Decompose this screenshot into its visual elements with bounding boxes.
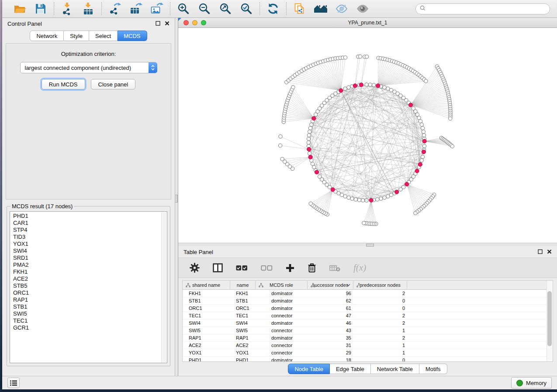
save-session-icon[interactable] — [34, 2, 48, 16]
zoom-out-icon[interactable] — [197, 2, 211, 16]
deselect-all-columns-icon[interactable] — [261, 265, 273, 271]
window-minimize-button[interactable] — [192, 20, 197, 25]
mcds-result-list[interactable]: PHD1CAR1STP4TID3YOX1SWI4SRD1PMA2FKH1ACE2… — [10, 211, 167, 363]
table-toolbar: f(x) — [178, 258, 557, 278]
hide-toggle-icon[interactable] — [335, 2, 349, 16]
neighbors-icon[interactable] — [314, 2, 328, 16]
table-cell: dominator — [256, 334, 308, 341]
mcds-result-item[interactable]: FKH1 — [13, 268, 167, 275]
table-scrollbar[interactable] — [547, 281, 553, 361]
column-layout-icon[interactable] — [213, 263, 223, 272]
memory-button[interactable]: Memory — [511, 377, 552, 389]
export-table-icon[interactable] — [129, 2, 143, 16]
table-cell: ORC1 — [230, 305, 256, 312]
tab-mcds[interactable]: MCDS — [118, 31, 147, 41]
table-row[interactable]: TEC1TEC1connector472 — [183, 312, 553, 320]
run-mcds-button[interactable]: Run MCDS — [42, 79, 85, 89]
column-label: successor nodes — [312, 282, 349, 288]
export-network-icon[interactable] — [108, 2, 122, 16]
network-graph[interactable] — [178, 28, 557, 243]
show-eye-icon[interactable] — [356, 2, 370, 16]
table-row[interactable]: PHD1PHD1dominator180 — [183, 357, 553, 362]
mcds-result-item[interactable]: GCR1 — [13, 324, 167, 331]
close-panel-icon[interactable] — [547, 249, 552, 255]
table-row[interactable]: ORC1ORC1dominator610 — [183, 305, 553, 312]
delete-column-icon[interactable] — [308, 263, 316, 273]
table-row[interactable]: FKH1FKH1dominator962 — [183, 290, 553, 297]
criterion-dropdown[interactable]: largest connected component (undirected) — [20, 62, 157, 73]
task-history-button[interactable] — [7, 378, 20, 388]
tab-label: Select — [95, 33, 111, 39]
mcds-result-item[interactable]: PMA2 — [13, 261, 167, 268]
mcds-result-item[interactable]: PHD1 — [13, 213, 167, 220]
import-table-icon[interactable] — [81, 2, 95, 16]
table-row[interactable]: SWI4SWI4dominator462 — [183, 320, 553, 327]
mcds-result-item[interactable]: ORC1 — [13, 289, 167, 296]
refresh-view-icon[interactable] — [266, 2, 280, 16]
mcds-result-item[interactable]: SRD1 — [13, 254, 167, 261]
window-zoom-button[interactable] — [201, 20, 206, 25]
table-row[interactable]: YOX1YOX1connector291 — [183, 349, 553, 357]
mcds-result-item[interactable]: TEC1 — [13, 317, 167, 324]
close-panel-icon[interactable] — [165, 21, 170, 27]
scrollbar-thumb[interactable] — [547, 291, 552, 346]
export-image-icon[interactable] — [150, 2, 164, 16]
float-panel-icon[interactable] — [156, 21, 160, 27]
column-header-predecessor-nodes[interactable]: predecessor nodes — [353, 281, 407, 289]
table-row[interactable]: SWI5SWI5connector431 — [183, 327, 553, 334]
close-panel-button[interactable]: Close panel — [91, 79, 136, 89]
table-header-row: shared namenameMCDS rolesuccessor nodesp… — [183, 281, 553, 290]
table-cell: 0 — [353, 297, 407, 304]
select-all-columns-icon[interactable] — [236, 265, 248, 271]
mcds-result-item[interactable]: CAR1 — [13, 220, 167, 227]
splitter-grip[interactable] — [175, 195, 178, 203]
tab-node-table[interactable]: Node Table — [288, 364, 330, 374]
column-label: name — [237, 282, 249, 288]
vertical-splitter[interactable] — [175, 18, 178, 376]
float-panel-icon[interactable] — [538, 249, 543, 255]
result-scrollbar[interactable] — [161, 212, 166, 362]
table-cell: PHD1 — [230, 357, 256, 362]
zoom-in-icon[interactable] — [176, 2, 190, 16]
tab-style[interactable]: Style — [64, 31, 89, 41]
tab-select[interactable]: Select — [89, 31, 118, 41]
tab-motifs[interactable]: Motifs — [419, 364, 447, 374]
table-cell: 2 — [353, 334, 407, 341]
mcds-result-item[interactable]: ACE2 — [13, 275, 167, 282]
network-window-titlebar[interactable]: YPA_prune.txt_1 — [178, 18, 557, 28]
import-network-icon[interactable] — [60, 2, 74, 16]
column-header-successor-nodes[interactable]: successor nodes — [308, 281, 353, 289]
mcds-result-item[interactable]: RAP1 — [13, 296, 167, 303]
mcds-result-item[interactable]: STB1 — [13, 303, 167, 310]
column-header-mcds-role[interactable]: MCDS role — [256, 281, 308, 289]
table-settings-icon[interactable] — [190, 263, 200, 273]
tab-label: Network — [36, 33, 57, 39]
window-close-button[interactable] — [183, 20, 189, 25]
add-column-icon[interactable] — [286, 264, 294, 272]
horizontal-splitter[interactable] — [178, 243, 557, 246]
table-row[interactable]: RAP1RAP1dominator352 — [183, 334, 553, 342]
table-row[interactable]: ACE2ACE2connector311 — [183, 342, 553, 349]
duplicate-network-icon[interactable] — [293, 2, 307, 16]
zoom-fit-icon[interactable] — [218, 2, 232, 16]
table-row[interactable]: STB1STB1dominator620 — [183, 297, 553, 305]
tab-network[interactable]: Network — [30, 31, 64, 41]
mcds-result-item[interactable]: STB5 — [13, 282, 167, 289]
column-header-shared-name[interactable]: shared name — [183, 281, 230, 289]
mcds-result-item[interactable]: TID3 — [13, 234, 167, 241]
search-input[interactable] — [428, 5, 546, 13]
tab-network-table[interactable]: Network Table — [371, 364, 419, 374]
mcds-result-item[interactable]: SWI4 — [13, 248, 167, 254]
mcds-result-item[interactable]: STP4 — [13, 227, 167, 234]
tab-edge-table[interactable]: Edge Table — [330, 364, 371, 374]
splitter-grip[interactable] — [366, 244, 374, 247]
table-cell: SWI5 — [230, 327, 256, 334]
zoom-selected-icon[interactable] — [239, 2, 253, 16]
mcds-result-item[interactable]: SWI5 — [13, 310, 167, 317]
mcds-result-item[interactable]: YOX1 — [13, 241, 167, 248]
network-canvas[interactable] — [178, 28, 557, 243]
table-cell: 96 — [308, 290, 353, 297]
column-header-name[interactable]: name — [230, 281, 256, 289]
open-file-icon[interactable] — [13, 2, 27, 16]
search-box[interactable] — [415, 3, 550, 14]
